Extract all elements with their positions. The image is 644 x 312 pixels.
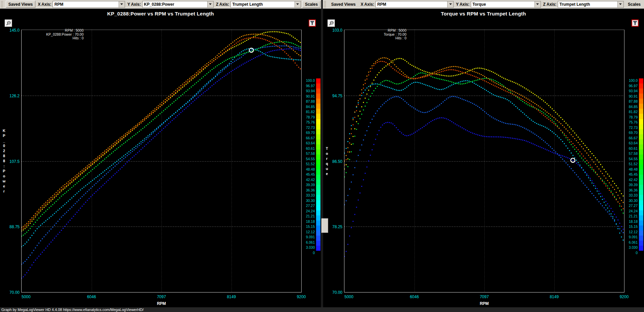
chevron-down-icon[interactable] <box>447 1 453 7</box>
z-scale-tick-label: 72.73 <box>294 126 315 130</box>
filter-button[interactable] <box>632 20 639 27</box>
z-scale-tick-label: 87.88 <box>294 99 315 103</box>
zoom-magnifier-button[interactable] <box>5 20 12 27</box>
x-axis-title: RPM <box>344 301 624 306</box>
x-axis-label: X Axis: <box>361 2 374 7</box>
colorbar-segment <box>639 175 643 180</box>
z-scale-tick-label: 21.21 <box>617 214 638 218</box>
colorbar-segment <box>639 185 643 190</box>
plot-area[interactable] <box>344 30 624 292</box>
z-axis-dropdown[interactable]: Trumpet Length <box>231 1 301 8</box>
scatter-plot-canvas[interactable] <box>344 30 624 292</box>
chevron-down-icon[interactable] <box>295 1 301 7</box>
filter-button[interactable] <box>309 20 316 27</box>
z-scale-tick-label: 0 <box>617 251 638 255</box>
z-axis-dropdown-value: Trumpet Length <box>231 2 263 7</box>
chevron-down-icon[interactable] <box>534 1 541 7</box>
panel-divider <box>321 0 323 312</box>
colorbar-segment <box>316 134 320 139</box>
z-scale-tick-label: 6.061 <box>294 240 315 244</box>
z-scale-tick-label: 45.45 <box>617 172 638 176</box>
scales-button[interactable]: Scales <box>625 1 643 8</box>
saved-views-button[interactable]: Saved Views <box>6 1 36 8</box>
z-scale-tick-label: 84.85 <box>617 105 638 109</box>
filter-funnel-icon <box>633 21 637 25</box>
colorbar-segment <box>639 144 643 149</box>
colorbar-segment <box>316 139 320 144</box>
z-scale-tick-label: 51.52 <box>617 162 638 166</box>
x-tick-label: 6046 <box>87 294 96 299</box>
z-scale-tick-label: 96.97 <box>617 84 638 88</box>
z-scale-tick-label: 3.030 <box>617 245 638 249</box>
y-tick-label: 70.00 <box>0 290 20 295</box>
colorbar-segment <box>316 195 320 200</box>
colorbar-segment <box>316 144 320 149</box>
z-scale-tick-label: 75.76 <box>294 120 315 124</box>
y-tick-label: 103.0 <box>323 28 342 33</box>
z-scale-tick-label: 3.030 <box>294 245 315 249</box>
chevron-down-icon[interactable] <box>617 1 623 7</box>
z-axis-label: Z Axis: <box>216 2 229 7</box>
x-axis-title: RPM <box>21 301 302 306</box>
z-colorbar <box>316 78 320 251</box>
y-tick-label: 86.50 <box>323 159 342 164</box>
colorbar-segment <box>639 215 643 220</box>
colorbar-segment <box>316 78 320 83</box>
colorbar-segment <box>639 109 643 114</box>
y-axis-dropdown[interactable]: Torque <box>471 1 541 8</box>
z-scale-tick-label: 24.24 <box>294 209 315 213</box>
colorbar-segment <box>316 104 320 109</box>
z-scale-tick-label: 69.70 <box>617 131 638 135</box>
scatter-plot-canvas[interactable] <box>22 30 301 292</box>
plot-area[interactable] <box>21 30 302 292</box>
zoom-magnifier-button[interactable] <box>328 20 335 27</box>
x-tick-label: 5000 <box>344 294 354 299</box>
panel-divider-grip[interactable] <box>321 218 328 233</box>
colorbar-segment <box>316 154 320 160</box>
z-axis-dropdown[interactable]: Trumpet Length <box>558 1 624 8</box>
colorbar-segment <box>316 246 320 251</box>
toolbar-drag-grip[interactable] <box>1 1 4 8</box>
y-axis-dropdown-value: KP_0288:Power <box>143 2 174 7</box>
z-scale-tick-label: 63.64 <box>617 141 638 145</box>
colorbar-segment <box>316 180 320 185</box>
z-scale-tick-label: 90.91 <box>617 94 638 98</box>
chevron-down-icon[interactable] <box>207 1 213 7</box>
colorbar-segment <box>316 83 320 89</box>
toolbar-right: Saved Views X Axis: RPM Y Axis: Torque Z… <box>323 0 644 9</box>
z-scale-tick-label: 54.55 <box>294 157 315 161</box>
colorbar-segment <box>316 236 320 241</box>
colorbar-segment <box>316 210 320 215</box>
z-scale-tick-label: 93.94 <box>617 89 638 93</box>
z-scale-tick-label: 51.52 <box>294 162 315 166</box>
colorbar-segment <box>316 170 320 175</box>
colorbar-segment <box>316 129 320 134</box>
saved-views-button[interactable]: Saved Views <box>329 1 359 8</box>
chevron-down-icon[interactable] <box>119 1 125 7</box>
x-tick-label: 8149 <box>550 294 559 299</box>
z-scale-tick-label: 36.36 <box>294 188 315 192</box>
x-axis-dropdown-value: RPM <box>53 2 63 7</box>
y-axis-dropdown[interactable]: KP_0288:Power <box>142 1 214 8</box>
x-tick-label: 7097 <box>157 294 166 299</box>
colorbar-segment <box>316 215 320 220</box>
x-tick-label: 7097 <box>480 294 489 299</box>
colorbar-segment <box>639 210 643 215</box>
scales-button[interactable]: Scales <box>302 1 320 8</box>
colorbar-segment <box>316 109 320 114</box>
z-scale-tick-label: 21.21 <box>294 214 315 218</box>
toolbar-drag-grip[interactable] <box>324 1 327 8</box>
z-scale-tick-label: 45.45 <box>294 172 315 176</box>
chart-title: Torque vs RPM vs Trumpet Length <box>323 11 644 16</box>
z-scale-tick-label: 81.82 <box>294 110 315 114</box>
z-scale-tick-label: 33.33 <box>617 193 638 197</box>
status-bar-text: Graph by MegaLogViewer HD 4.4.08 https:/… <box>1 308 144 312</box>
x-axis-dropdown[interactable]: RPM <box>375 1 454 8</box>
colorbar-segment <box>316 200 320 205</box>
z-scale-tick-label: 27.27 <box>294 204 315 208</box>
colorbar-segment <box>316 165 320 170</box>
y-axis-label: Y Axis: <box>127 2 141 7</box>
x-axis-dropdown[interactable]: RPM <box>53 1 125 8</box>
y-axis-dropdown-value: Torque <box>471 2 486 7</box>
z-scale-tick-label: 57.58 <box>617 151 638 155</box>
